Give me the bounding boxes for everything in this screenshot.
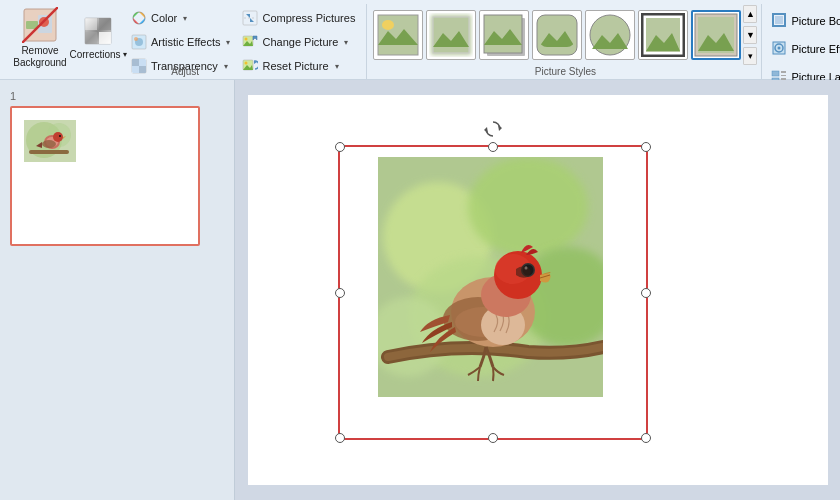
svg-rect-52: [775, 16, 783, 24]
styles-more-button[interactable]: ▾: [743, 47, 757, 65]
svg-rect-65: [29, 150, 69, 154]
svg-rect-58: [781, 75, 786, 76]
adjust-group: RemoveBackground: [4, 4, 367, 79]
content-area: 1: [0, 80, 840, 500]
svg-point-68: [53, 132, 63, 142]
handle-bottom-left[interactable]: [335, 433, 345, 443]
svg-point-55: [778, 47, 781, 50]
svg-point-29: [245, 62, 248, 65]
svg-rect-8: [85, 32, 97, 44]
artistic-effects-button[interactable]: Artistic Effects ▾: [126, 30, 235, 54]
svg-rect-7: [99, 18, 111, 30]
remove-background-icon: [21, 7, 59, 43]
picture-effects-button[interactable]: Picture Effects ▾: [766, 36, 840, 62]
handle-bottom-middle[interactable]: [488, 433, 498, 443]
svg-point-71: [42, 140, 56, 148]
svg-point-34: [382, 20, 394, 30]
styles-gallery-area: ▲ ▼ ▾: [369, 4, 761, 65]
adjust-group-label: Adjust: [4, 66, 366, 77]
remove-bg-svg: [22, 7, 58, 43]
style-thumb-4[interactable]: [532, 10, 582, 60]
svg-rect-56: [772, 71, 779, 76]
styles-scroll-up-button[interactable]: ▲: [743, 5, 757, 23]
rotation-handle[interactable]: [483, 119, 503, 139]
corrections-button[interactable]: Corrections ▾: [72, 8, 124, 66]
style-thumb-1[interactable]: [373, 10, 423, 60]
svg-rect-9: [99, 32, 111, 44]
svg-point-77: [468, 157, 588, 257]
change-picture-button[interactable]: Change Picture ▾: [237, 30, 360, 54]
style-thumb-3[interactable]: [479, 10, 529, 60]
svg-rect-6: [85, 18, 97, 30]
style-thumb-7[interactable]: [691, 10, 741, 60]
picture-styles-gallery: [373, 6, 741, 64]
handle-middle-left[interactable]: [335, 288, 345, 298]
adjust-group-content: RemoveBackground: [10, 6, 360, 68]
style-thumb-6[interactable]: [638, 10, 688, 60]
color-button[interactable]: Color ▾: [126, 6, 235, 30]
compress-icon: [242, 10, 258, 26]
remove-background-button[interactable]: RemoveBackground: [10, 8, 70, 66]
slide-panel: 1: [0, 80, 235, 500]
style-thumb-5[interactable]: [585, 10, 635, 60]
corrections-label: Corrections ▾: [69, 49, 126, 61]
adjust-col1: Color ▾ Artistic Effects ▾: [126, 6, 235, 68]
handle-top-middle[interactable]: [488, 142, 498, 152]
svg-rect-57: [781, 71, 786, 73]
selection-box[interactable]: [338, 145, 648, 440]
corrections-icon: [82, 15, 114, 47]
picture-border-icon: [771, 12, 787, 30]
bird-image[interactable]: [378, 157, 608, 397]
picture-styles-label: Picture Styles: [369, 66, 761, 77]
handle-top-right[interactable]: [641, 142, 651, 152]
svg-point-25: [245, 38, 248, 41]
slide-thumbnail[interactable]: [10, 106, 200, 246]
change-picture-icon: [242, 34, 258, 50]
svg-point-70: [59, 135, 61, 137]
svg-rect-36: [433, 17, 469, 53]
svg-rect-32: [378, 15, 418, 55]
artistic-effects-icon: [131, 34, 147, 50]
picture-border-button[interactable]: Picture Border ▾: [766, 8, 840, 34]
svg-rect-39: [484, 15, 522, 53]
slide-canvas: [248, 95, 828, 485]
ribbon-toolbar: RemoveBackground: [0, 0, 840, 80]
picture-options-group: Picture Border ▾ Picture Effects ▾: [764, 4, 840, 79]
styles-scroll-down-button[interactable]: ▼: [743, 26, 757, 44]
svg-point-13: [134, 37, 138, 41]
slide-number: 1: [10, 90, 224, 102]
handle-middle-right[interactable]: [641, 288, 651, 298]
compress-pictures-button[interactable]: Compress Pictures: [237, 6, 360, 30]
svg-marker-27: [253, 36, 257, 40]
picture-effects-icon: [771, 40, 787, 58]
slide-thumb-image: [24, 120, 76, 162]
corrections-svg: [83, 16, 113, 46]
styles-scroll-controls: ▲ ▼ ▾: [743, 5, 757, 65]
picture-styles-group: ▲ ▼ ▾ Picture Styles: [369, 4, 762, 79]
main-area: [235, 80, 840, 500]
color-icon: [131, 10, 147, 26]
style-thumb-2[interactable]: [426, 10, 476, 60]
handle-top-left[interactable]: [335, 142, 345, 152]
adjust-col2: Compress Pictures Change Picture ▾: [237, 6, 360, 68]
svg-rect-41: [537, 15, 577, 55]
handle-bottom-right[interactable]: [641, 433, 651, 443]
